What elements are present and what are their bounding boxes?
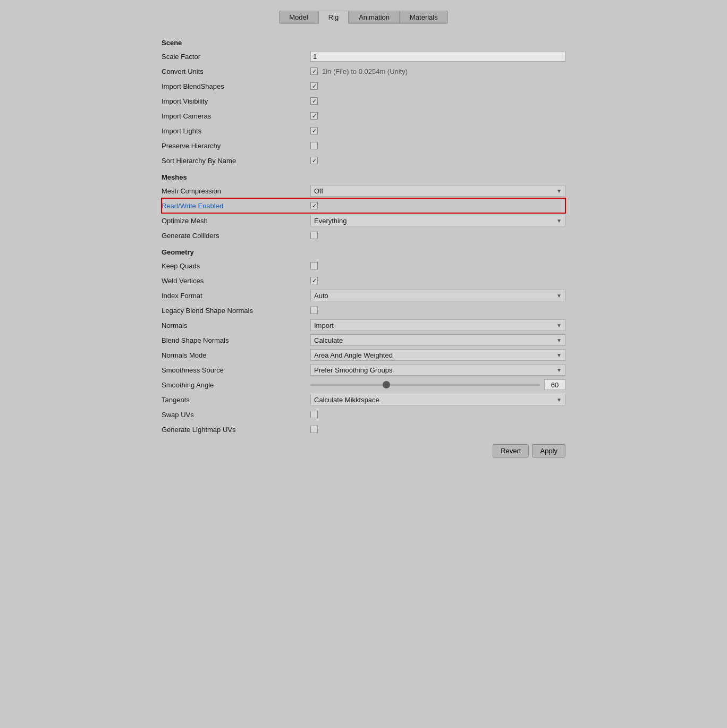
generate-colliders-checkbox[interactable] bbox=[310, 232, 318, 239]
meshes-section-header: Meshes bbox=[162, 173, 565, 181]
settings-content: Scene Scale Factor Convert Units 1in (Fi… bbox=[151, 31, 576, 439]
smoothness-source-label: Smoothness Source bbox=[162, 366, 310, 374]
keep-quads-checkbox[interactable] bbox=[310, 262, 318, 269]
normals-row: Normals Import ▼ bbox=[162, 318, 565, 333]
scale-factor-input[interactable] bbox=[310, 51, 565, 62]
mesh-compression-control: Off ▼ bbox=[310, 185, 565, 197]
smoothness-source-row: Smoothness Source Prefer Smoothing Group… bbox=[162, 362, 565, 377]
blend-shape-normals-label: Blend Shape Normals bbox=[162, 336, 310, 344]
generate-lightmap-checkbox[interactable] bbox=[310, 426, 318, 433]
weld-vertices-checkbox[interactable] bbox=[310, 277, 318, 284]
optimize-mesh-arrow: ▼ bbox=[556, 218, 562, 224]
legacy-blend-checkbox[interactable] bbox=[310, 307, 318, 314]
smoothing-angle-label: Smoothing Angle bbox=[162, 381, 310, 389]
blend-shape-normals-dropdown[interactable]: Calculate ▼ bbox=[310, 334, 565, 346]
apply-button[interactable]: Apply bbox=[532, 444, 565, 458]
preserve-hierarchy-row: Preserve Hierarchy bbox=[162, 138, 565, 153]
optimize-mesh-label: Optimize Mesh bbox=[162, 217, 310, 225]
read-write-label: Read/Write Enabled bbox=[162, 202, 310, 210]
preserve-hierarchy-label: Preserve Hierarchy bbox=[162, 142, 310, 150]
smoothness-source-control: Prefer Smoothing Groups ▼ bbox=[310, 364, 565, 376]
smoothness-source-dropdown[interactable]: Prefer Smoothing Groups ▼ bbox=[310, 364, 565, 376]
preserve-hierarchy-checkbox[interactable] bbox=[310, 142, 318, 149]
revert-button[interactable]: Revert bbox=[493, 444, 529, 458]
tangents-arrow: ▼ bbox=[556, 397, 562, 403]
generate-lightmap-control bbox=[310, 426, 565, 433]
convert-units-row: Convert Units 1in (File) to 0.0254m (Uni… bbox=[162, 64, 565, 79]
legacy-blend-label: Legacy Blend Shape Normals bbox=[162, 307, 310, 315]
mesh-compression-value: Off bbox=[314, 187, 323, 195]
read-write-control bbox=[310, 202, 565, 209]
weld-vertices-label: Weld Vertices bbox=[162, 277, 310, 285]
smoothing-angle-row: Smoothing Angle 60 bbox=[162, 377, 565, 392]
keep-quads-control bbox=[310, 262, 565, 269]
tab-materials[interactable]: Materials bbox=[400, 11, 448, 24]
import-blendshapes-control bbox=[310, 82, 565, 90]
generate-colliders-control bbox=[310, 232, 565, 239]
tabs-bar: Model Rig Animation Materials bbox=[151, 11, 576, 24]
swap-uvs-checkbox[interactable] bbox=[310, 411, 318, 418]
smoothing-angle-track[interactable] bbox=[310, 384, 540, 386]
read-write-checkbox[interactable] bbox=[310, 202, 318, 209]
smoothing-angle-control: 60 bbox=[310, 379, 565, 390]
import-blendshapes-row: Import BlendShapes bbox=[162, 79, 565, 94]
tab-rig[interactable]: Rig bbox=[318, 11, 349, 24]
keep-quads-row: Keep Quads bbox=[162, 258, 565, 273]
blend-shape-normals-arrow: ▼ bbox=[556, 337, 562, 343]
tangents-dropdown[interactable]: Calculate Mikktspace ▼ bbox=[310, 394, 565, 405]
import-lights-checkbox[interactable] bbox=[310, 127, 318, 134]
import-lights-row: Import Lights bbox=[162, 123, 565, 138]
convert-units-note: 1in (File) to 0.0254m (Unity) bbox=[322, 67, 408, 75]
convert-units-label: Convert Units bbox=[162, 67, 310, 75]
convert-units-checkbox[interactable] bbox=[310, 67, 318, 75]
tab-model[interactable]: Model bbox=[279, 11, 318, 24]
import-cameras-checkbox[interactable] bbox=[310, 112, 318, 120]
generate-lightmap-row: Generate Lightmap UVs bbox=[162, 422, 565, 437]
normals-value: Import bbox=[314, 321, 334, 329]
import-settings-panel: Model Rig Animation Materials Scene Scal… bbox=[151, 5, 576, 468]
normals-dropdown[interactable]: Import ▼ bbox=[310, 319, 565, 331]
smoothness-source-value: Prefer Smoothing Groups bbox=[314, 366, 392, 374]
sort-hierarchy-row: Sort Hierarchy By Name bbox=[162, 153, 565, 168]
index-format-arrow: ▼ bbox=[556, 293, 562, 299]
swap-uvs-row: Swap UVs bbox=[162, 407, 565, 422]
bottom-buttons: Revert Apply bbox=[151, 439, 576, 458]
mesh-compression-dropdown[interactable]: Off ▼ bbox=[310, 185, 565, 197]
index-format-label: Index Format bbox=[162, 292, 310, 300]
mesh-compression-label: Mesh Compression bbox=[162, 187, 310, 195]
normals-mode-dropdown[interactable]: Area And Angle Weighted ▼ bbox=[310, 349, 565, 361]
index-format-row: Index Format Auto ▼ bbox=[162, 288, 565, 303]
mesh-compression-row: Mesh Compression Off ▼ bbox=[162, 183, 565, 198]
blend-shape-normals-control: Calculate ▼ bbox=[310, 334, 565, 346]
normals-arrow: ▼ bbox=[556, 323, 562, 328]
tangents-value: Calculate Mikktspace bbox=[314, 396, 379, 404]
optimize-mesh-dropdown[interactable]: Everything ▼ bbox=[310, 215, 565, 226]
import-blendshapes-checkbox[interactable] bbox=[310, 82, 318, 90]
index-format-dropdown[interactable]: Auto ▼ bbox=[310, 290, 565, 301]
normals-mode-control: Area And Angle Weighted ▼ bbox=[310, 349, 565, 361]
normals-mode-arrow: ▼ bbox=[556, 352, 562, 358]
smoothing-angle-value: 60 bbox=[544, 379, 565, 390]
smoothing-angle-thumb[interactable] bbox=[383, 381, 390, 388]
tangents-control: Calculate Mikktspace ▼ bbox=[310, 394, 565, 405]
import-visibility-checkbox[interactable] bbox=[310, 97, 318, 105]
normals-mode-label: Normals Mode bbox=[162, 351, 310, 359]
normals-control: Import ▼ bbox=[310, 319, 565, 331]
import-lights-label: Import Lights bbox=[162, 127, 310, 135]
sort-hierarchy-checkbox[interactable] bbox=[310, 157, 318, 164]
smoothing-angle-slider-container: 60 bbox=[310, 379, 565, 390]
normals-label: Normals bbox=[162, 321, 310, 329]
keep-quads-label: Keep Quads bbox=[162, 262, 310, 270]
geometry-section-header: Geometry bbox=[162, 248, 565, 256]
import-cameras-label: Import Cameras bbox=[162, 112, 310, 120]
import-cameras-control bbox=[310, 112, 565, 120]
import-lights-control bbox=[310, 127, 565, 134]
scale-factor-label: Scale Factor bbox=[162, 53, 310, 61]
blend-shape-normals-row: Blend Shape Normals Calculate ▼ bbox=[162, 333, 565, 348]
optimize-mesh-row: Optimize Mesh Everything ▼ bbox=[162, 213, 565, 228]
tab-animation[interactable]: Animation bbox=[349, 11, 400, 24]
swap-uvs-control bbox=[310, 411, 565, 418]
blend-shape-normals-value: Calculate bbox=[314, 336, 343, 344]
normals-mode-row: Normals Mode Area And Angle Weighted ▼ bbox=[162, 348, 565, 362]
generate-colliders-label: Generate Colliders bbox=[162, 232, 310, 240]
